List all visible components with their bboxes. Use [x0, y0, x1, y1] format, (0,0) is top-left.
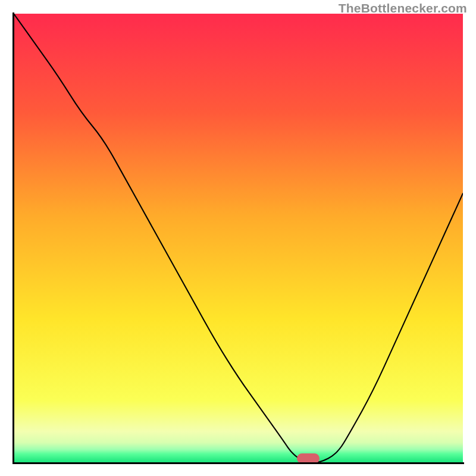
watermark-text: TheBottlenecker.com: [339, 1, 467, 15]
bottleneck-chart: TheBottlenecker.com: [0, 0, 476, 476]
x-axis: [12, 462, 464, 464]
plot-area: [14, 14, 463, 463]
curve-path: [14, 14, 463, 463]
optimum-marker: [297, 453, 320, 463]
y-axis: [12, 12, 14, 464]
bottleneck-curve: [14, 14, 463, 463]
